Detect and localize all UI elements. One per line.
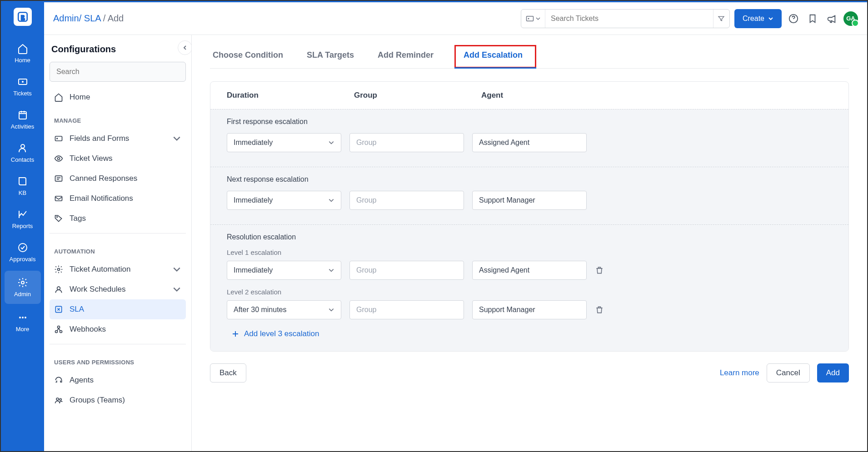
svg-point-26 [60, 398, 61, 400]
nav-activities[interactable]: Activities [1, 103, 44, 136]
tab-add-reminder[interactable]: Add Reminder [375, 45, 436, 68]
config-sidebar: Configurations Home MANAGE Fields and Fo… [44, 35, 192, 451]
top-bar: Admin/ SLA / Add Create GA [44, 2, 867, 35]
nav-contacts-label: Contacts [11, 156, 34, 163]
nav-more-label: More [16, 326, 30, 333]
resolution-title: Resolution escalation [227, 233, 832, 241]
nav-admin[interactable]: Admin [5, 271, 41, 304]
sidebar-section-users: USERS AND PERMISSIONS [50, 349, 186, 370]
back-button[interactable]: Back [210, 363, 246, 382]
level2-group-input[interactable]: Group [349, 300, 464, 319]
first-duration-select[interactable]: Immediately [227, 133, 341, 152]
breadcrumb-admin[interactable]: Admin [53, 13, 79, 24]
svg-point-9 [25, 317, 26, 318]
sidebar-item-tags[interactable]: Tags [50, 209, 186, 228]
level1-group-input[interactable]: Group [349, 261, 464, 280]
level1-duration-select[interactable]: Immediately [227, 261, 341, 280]
level2-agent-input[interactable]: Support Manager [472, 300, 587, 319]
nav-tickets-label: Tickets [13, 90, 32, 97]
sidebar-item-groups[interactable]: Groups (Teams) [50, 390, 186, 410]
nav-admin-label: Admin [14, 291, 31, 298]
search-bar[interactable] [521, 9, 730, 28]
avatar[interactable]: GA [843, 11, 858, 26]
nav-reports[interactable]: Reports [1, 203, 44, 236]
footer-bar: Back Learn more Cancel Add [210, 352, 849, 401]
panel-header: Duration Group Agent [210, 82, 848, 109]
sidebar-item-agents[interactable]: Agents [50, 370, 186, 390]
nav-home[interactable]: Home [1, 37, 44, 70]
svg-point-20 [57, 287, 60, 290]
nav-approvals[interactable]: Approvals [1, 236, 44, 269]
sidebar-item-ticket-views[interactable]: Ticket Views [50, 149, 186, 169]
next-agent-input[interactable]: Support Manager [472, 191, 587, 210]
level2-delete-icon[interactable] [595, 305, 604, 314]
sidebar-item-webhooks[interactable]: Webhooks [50, 319, 186, 339]
level2-duration-select[interactable]: After 30 minutes [227, 300, 341, 319]
svg-point-7 [19, 317, 21, 318]
svg-point-2 [22, 81, 23, 82]
tab-choose-condition[interactable]: Choose Condition [210, 45, 286, 68]
announcement-icon[interactable] [824, 11, 839, 26]
sidebar-item-canned-responses[interactable]: Canned Responses [50, 169, 186, 189]
sidebar-item-ticket-automation[interactable]: Ticket Automation [50, 259, 186, 279]
search-scope-icon[interactable] [521, 10, 545, 28]
nav-kb[interactable]: KB [1, 169, 44, 203]
divider [50, 233, 186, 233]
svg-point-8 [22, 317, 24, 318]
nav-activities-label: Activities [11, 123, 34, 130]
tab-sla-targets[interactable]: SLA Targets [304, 45, 357, 68]
column-duration: Duration [227, 91, 354, 100]
nav-reports-label: Reports [12, 223, 33, 229]
tab-bar: Choose Condition SLA Targets Add Reminde… [210, 35, 849, 69]
learn-more-link[interactable]: Learn more [720, 368, 759, 377]
add-button[interactable]: Add [817, 363, 849, 382]
column-group: Group [354, 91, 481, 100]
next-response-title: Next response escalation [227, 175, 832, 184]
level1-title: Level 1 escalation [227, 248, 832, 256]
sidebar-search-input[interactable] [50, 62, 186, 82]
nav-kb-label: KB [19, 189, 26, 196]
next-group-input[interactable]: Group [349, 191, 464, 210]
svg-rect-16 [55, 176, 62, 181]
add-level-button[interactable]: Add level 3 escalation [231, 329, 832, 338]
tab-add-escalation[interactable]: Add Escalation [454, 45, 536, 68]
next-response-section: Next response escalation Immediately Gro… [210, 167, 848, 224]
svg-point-15 [58, 158, 60, 160]
divider [50, 344, 186, 344]
nav-home-label: Home [15, 57, 30, 64]
nav-contacts[interactable]: Contacts [1, 136, 44, 169]
level2-title: Level 2 escalation [227, 288, 832, 296]
first-agent-input[interactable]: Assigned Agent [472, 133, 587, 152]
first-group-input[interactable]: Group [349, 133, 464, 152]
filter-icon[interactable] [713, 10, 729, 28]
cancel-button[interactable]: Cancel [767, 363, 810, 382]
create-button[interactable]: Create [734, 9, 782, 28]
sidebar-section-automation: AUTOMATION [50, 238, 186, 259]
app-logo[interactable] [14, 8, 32, 26]
column-agent: Agent [481, 91, 832, 100]
svg-rect-3 [19, 112, 26, 119]
sidebar-item-work-schedules[interactable]: Work Schedules [50, 279, 186, 299]
breadcrumb[interactable]: Admin/ SLA / Add [53, 13, 124, 24]
level1-delete-icon[interactable] [595, 266, 604, 275]
svg-point-18 [57, 217, 58, 218]
next-duration-select[interactable]: Immediately [227, 191, 341, 210]
nav-tickets[interactable]: Tickets [1, 70, 44, 103]
sidebar-item-home[interactable]: Home [50, 87, 186, 107]
level1-agent-input[interactable]: Assigned Agent [472, 261, 587, 280]
sidebar-collapse-button[interactable] [178, 40, 192, 55]
sidebar-item-sla[interactable]: SLA [50, 299, 186, 319]
bookmark-icon[interactable] [805, 11, 820, 26]
search-input[interactable] [545, 15, 713, 23]
nav-more[interactable]: More [1, 306, 44, 339]
svg-rect-17 [55, 196, 62, 201]
breadcrumb-sla[interactable]: SLA [84, 13, 101, 24]
svg-point-19 [58, 268, 60, 271]
svg-point-6 [21, 281, 24, 284]
svg-point-11 [528, 18, 529, 19]
sidebar-item-fields-forms[interactable]: Fields and Forms [50, 129, 186, 149]
svg-rect-10 [526, 16, 533, 21]
sidebar-item-email-notifications[interactable]: Email Notifications [50, 189, 186, 209]
help-icon[interactable] [786, 11, 801, 26]
svg-point-4 [21, 144, 25, 148]
